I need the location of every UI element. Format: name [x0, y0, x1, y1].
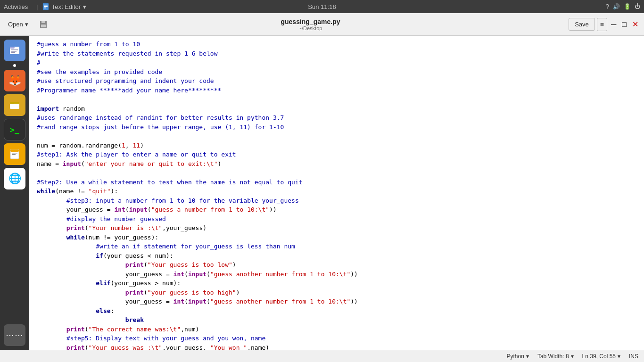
- svg-rect-9: [11, 49, 18, 50]
- file-title: guessing_game.py: [281, 18, 340, 25]
- dock-firefox[interactable]: 🦊: [4, 70, 25, 91]
- cursor-position[interactable]: Ln 39, Col 55 ▾: [582, 353, 621, 360]
- save-button[interactable]: Save: [569, 18, 595, 31]
- power-icon[interactable]: ⏻: [635, 3, 640, 10]
- app-title-menu[interactable]: Text Editor ▾: [42, 3, 86, 10]
- maximize-button[interactable]: □: [620, 19, 628, 30]
- volume-icon[interactable]: 🔊: [613, 3, 620, 10]
- position-label: Ln 39, Col 55: [582, 353, 616, 360]
- language-selector[interactable]: Python ▾: [507, 353, 530, 360]
- toolbar: Open ▾ guessing_game.py ~/Desktop Save ≡…: [0, 13, 644, 36]
- dock-files[interactable]: [4, 40, 25, 61]
- open-label: Open: [8, 21, 23, 28]
- close-button[interactable]: ✕: [630, 19, 640, 30]
- save-doc-icon-button[interactable]: [34, 17, 52, 32]
- file-path: ~/Desktop: [299, 25, 322, 31]
- language-dropdown[interactable]: ▾: [525, 353, 530, 360]
- main-area: 🦊 >_ 🌐 ⋯⋯: [0, 36, 644, 350]
- tab-width-label: Tab Width: 8: [537, 353, 569, 360]
- help-icon[interactable]: ?: [605, 3, 609, 10]
- menu-button[interactable]: ≡: [597, 18, 607, 31]
- text-editor-icon: [42, 3, 50, 10]
- svg-rect-19: [10, 149, 19, 152]
- dock-apps-grid[interactable]: ⋯⋯: [4, 324, 25, 346]
- save-icon: [39, 20, 48, 29]
- language-label: Python: [507, 353, 524, 360]
- code-content: #guess a number from 1 to 10 #write the …: [37, 40, 636, 350]
- svg-rect-14: [10, 102, 19, 104]
- open-button[interactable]: Open ▾: [4, 18, 33, 30]
- status-bar: Python ▾ Tab Width: 8 ▾ Ln 39, Col 55 ▾ …: [0, 350, 644, 362]
- notes-icon: [8, 148, 21, 161]
- file-manager-icon: [8, 99, 21, 112]
- tab-width-selector[interactable]: Tab Width: 8 ▾: [537, 353, 575, 360]
- insert-mode-indicator: INS: [629, 353, 638, 360]
- insert-mode-label: INS: [629, 353, 638, 360]
- system-tray: ? 🔊 🔋 ⏻: [605, 3, 640, 10]
- open-dropdown-icon: ▾: [25, 21, 28, 28]
- svg-rect-5: [41, 21, 45, 23]
- minimize-button[interactable]: ─: [609, 19, 618, 30]
- tab-width-dropdown[interactable]: ▾: [570, 353, 575, 360]
- app-dropdown-icon[interactable]: ▾: [83, 3, 86, 10]
- topbar: Activities | Text Editor ▾ Sun 11:18 ? 🔊…: [0, 0, 644, 13]
- svg-rect-18: [12, 154, 16, 155]
- svg-rect-8: [10, 47, 15, 49]
- svg-rect-6: [41, 25, 46, 27]
- dock-file-manager[interactable]: [4, 94, 25, 116]
- svg-rect-2: [44, 6, 48, 7]
- code-editor[interactable]: #guess a number from 1 to 10 #write the …: [29, 36, 644, 350]
- svg-rect-17: [12, 153, 17, 154]
- dock-notes[interactable]: [4, 143, 25, 165]
- svg-rect-3: [44, 8, 46, 8]
- dock-chrome[interactable]: 🌐: [4, 168, 25, 189]
- position-dropdown[interactable]: ▾: [617, 353, 621, 360]
- svg-rect-1: [44, 5, 48, 6]
- dock-terminal[interactable]: >_: [4, 119, 25, 140]
- files-icon: [8, 44, 21, 57]
- svg-rect-10: [11, 51, 17, 52]
- svg-rect-11: [11, 52, 15, 53]
- battery-icon[interactable]: 🔋: [624, 3, 631, 10]
- system-clock: Sun 11:18: [308, 3, 336, 10]
- dock: 🦊 >_ 🌐 ⋯⋯: [0, 36, 29, 350]
- app-title-label: Text Editor: [52, 3, 81, 10]
- activities-menu[interactable]: Activities: [4, 3, 28, 10]
